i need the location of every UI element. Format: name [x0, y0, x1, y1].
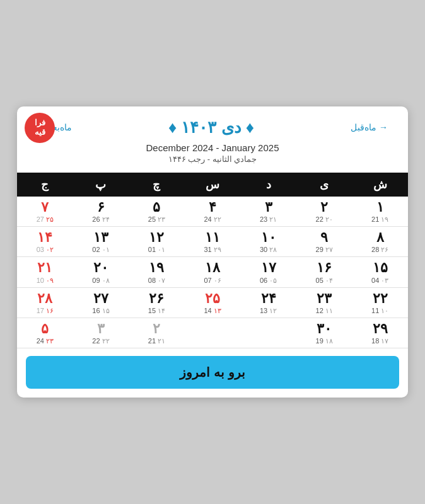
calendar-day-cell[interactable]: ۳۰۱۸19 — [296, 318, 352, 348]
sub-days: ۲۴26 — [74, 215, 128, 224]
calendar-table: شیدسچپج ۱۱۹21۲۲۰22۳۲۱23۴۲۲24۵۲۳25۶۲۴26۷۲… — [17, 173, 408, 349]
persian-day-number: ۲۲ — [353, 290, 407, 307]
persian-day-number: ۲۷ — [74, 290, 128, 307]
calendar-day-cell[interactable]: ۷۲۵27 — [17, 197, 73, 227]
hijri-day: ۲۳ — [46, 337, 54, 345]
calendar-day-cell[interactable]: ۱۹۰۷08 — [129, 257, 185, 287]
hijri-day: ۰۴ — [325, 277, 333, 285]
gregorian-day: 21 — [371, 215, 379, 224]
calendar-day-cell[interactable]: ۱۲۰۱01 — [129, 226, 185, 256]
hijri-day: ۲۵ — [46, 215, 54, 224]
calendar-day-cell[interactable]: ۹۲۷29 — [296, 226, 352, 256]
sub-days: ۲۳24 — [18, 337, 72, 345]
calendar-day-cell[interactable]: ۲۸۱۶17 — [17, 287, 73, 318]
gregorian-day: 28 — [371, 246, 379, 254]
gregorian-day: 07 — [204, 277, 211, 285]
hijri-day: ۱۱ — [325, 307, 333, 315]
gregorian-day: 03 — [37, 246, 44, 254]
sub-days: ۲۳25 — [130, 215, 183, 224]
calendar-day-cell[interactable]: ۵۲۳25 — [129, 197, 185, 227]
persian-day-number: ۱۴ — [18, 229, 72, 246]
calendar-day-cell[interactable]: ۲۲۰22 — [296, 197, 352, 227]
persian-day-number: ۷ — [18, 199, 72, 215]
gregorian-day: 23 — [260, 215, 267, 224]
calendar-day-cell[interactable]: ۱۰۲۸30 — [240, 226, 296, 256]
gregorian-day: 24 — [37, 337, 44, 345]
calendar-day-cell[interactable]: ۱۷۰۵06 — [240, 257, 296, 287]
persian-day-number: ۳ — [242, 199, 295, 215]
sub-days: ۱۵16 — [74, 307, 128, 315]
calendar-day-cell[interactable]: ۱۴۰۲03 — [17, 226, 73, 256]
calendar-day-cell[interactable]: ۲۳۱۱12 — [296, 287, 352, 318]
gregorian-day: 01 — [148, 246, 156, 254]
persian-day-number: ۵ — [18, 321, 72, 337]
persian-day-number: ۲۴ — [242, 290, 295, 307]
persian-day-number: ۸ — [353, 229, 407, 246]
sub-days: ۰۱01 — [130, 246, 183, 254]
gregorian-day: 22 — [316, 215, 323, 224]
calendar-day-cell[interactable]: ۴۲۲24 — [185, 197, 241, 227]
calendar-day-cell[interactable]: ۲۴۱۲13 — [240, 287, 296, 318]
calendar-day-cell[interactable]: ۲۶۱۴15 — [129, 287, 185, 318]
hijri-day: ۰۹ — [46, 277, 54, 285]
nav-row: → ماه‌قبل ♦ دی ۱۴۰۳ ♦ ماه‌بعد ← — [27, 115, 398, 140]
calendar-day-cell[interactable]: ۲۵۱۳14 — [185, 287, 241, 318]
persian-day-number: ۹ — [298, 229, 351, 246]
sub-days: ۰۵06 — [242, 277, 295, 285]
weekday-header-row: شیدسچپج — [17, 173, 408, 197]
calendar-day-cell[interactable]: ۱۱۲۹31 — [185, 226, 241, 256]
hijri-day: ۱۷ — [381, 337, 388, 345]
gregorian-day: 08 — [148, 277, 156, 285]
sub-days: ۲۹31 — [186, 246, 240, 254]
today-button[interactable]: برو به امروز — [26, 356, 399, 389]
calendar-day-cell[interactable]: ۸۲۶28 — [352, 226, 408, 256]
hijri-day: ۱۴ — [158, 307, 165, 315]
gregorian-day: 25 — [148, 215, 156, 224]
gregorian-day: 14 — [204, 307, 211, 315]
calendar-day-cell[interactable] — [185, 318, 241, 348]
calendar-day-cell[interactable]: ۱۶۰۴05 — [296, 257, 352, 287]
persian-day-number: ۱۰ — [242, 229, 295, 246]
calendar-week-row: ۲۹۱۷18۳۰۱۸19۲۲۱21۳۲۲22۵۲۳24 — [17, 318, 408, 348]
prev-month-button[interactable]: → ماه‌قبل — [351, 122, 388, 132]
calendar-day-cell[interactable]: ۳۲۱23 — [240, 197, 296, 227]
calendar-day-cell[interactable] — [240, 318, 296, 348]
today-button-row: برو به امروز — [17, 348, 408, 398]
gregorian-day: 17 — [37, 307, 44, 315]
persian-day-number: ۱۶ — [298, 260, 351, 276]
sub-days: ۰۴05 — [298, 277, 351, 285]
calendar-day-cell[interactable]: ۶۲۴26 — [73, 197, 129, 227]
arrow-right-icon: → — [379, 122, 388, 132]
calendar-day-cell[interactable]: ۲۱۰۹10 — [17, 257, 73, 287]
calendar-day-cell[interactable]: ۳۲۲22 — [73, 318, 129, 348]
sub-days: ۰۹10 — [18, 277, 72, 285]
calendar-day-cell[interactable]: ۱۱۹21 — [352, 197, 408, 227]
weekday-header-س: س — [185, 173, 241, 197]
calendar-day-cell[interactable]: ۱۳۰۱02 — [73, 226, 129, 256]
sub-days: ۰۷08 — [130, 277, 183, 285]
gregorian-day: 16 — [92, 307, 100, 315]
gregorian-day: 18 — [371, 337, 379, 345]
calendar-day-cell[interactable]: ۲۹۱۷18 — [352, 318, 408, 348]
gregorian-day: 04 — [371, 277, 379, 285]
prev-month-label[interactable]: ماه‌قبل — [351, 122, 376, 132]
calendar-day-cell[interactable]: ۱۸۰۶07 — [185, 257, 241, 287]
calendar-day-cell[interactable]: ۲۷۱۵16 — [73, 287, 129, 318]
persian-day-number: ۲۹ — [353, 321, 407, 337]
hijri-day: ۱۳ — [214, 307, 221, 315]
sub-days: ۰۳04 — [353, 277, 407, 285]
calendar-week-row: ۱۵۰۳04۱۶۰۴05۱۷۰۵06۱۸۰۶07۱۹۰۷08۲۰۰۸09۲۱۰۹… — [17, 257, 408, 287]
calendar-day-cell[interactable]: ۱۵۰۳04 — [352, 257, 408, 287]
persian-day-number: ۲۳ — [298, 290, 351, 307]
calendar-day-cell[interactable]: ۵۲۳24 — [17, 318, 73, 348]
hijri-day: ۰۶ — [214, 277, 221, 285]
sub-days: ۲۱21 — [130, 337, 183, 345]
persian-day-number: ۱۹ — [130, 260, 183, 276]
sub-days: ۱۲13 — [242, 307, 295, 315]
hijri-day: ۱۶ — [46, 307, 54, 315]
calendar-day-cell[interactable]: ۲۰۰۸09 — [73, 257, 129, 287]
persian-day-number: ۳۰ — [298, 321, 351, 337]
calendar-day-cell[interactable]: ۲۲۱۰11 — [352, 287, 408, 318]
calendar-day-cell[interactable]: ۲۲۱21 — [129, 318, 185, 348]
sub-days: ۲۷29 — [298, 246, 351, 254]
